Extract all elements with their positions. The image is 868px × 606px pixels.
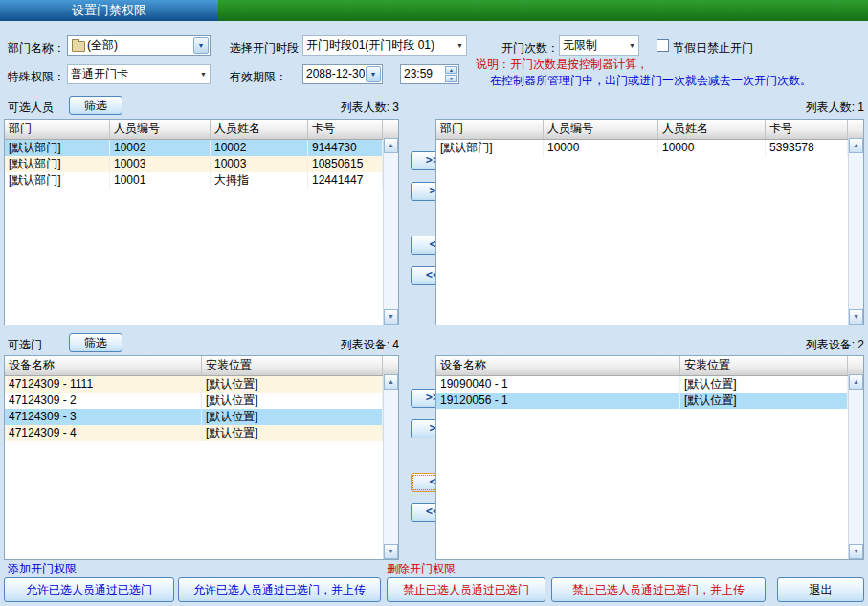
cell-dept: [默认部门] (436, 140, 544, 156)
available-doors-title: 可选门 (8, 335, 42, 354)
cell-device: 19120056 - 1 (436, 393, 680, 409)
table-row[interactable]: 19120056 - 1 [默认位置] (436, 393, 863, 409)
special-combobox[interactable]: 普通开门卡 ▼ (67, 64, 211, 84)
column-header-dept[interactable]: 部门 (5, 120, 110, 139)
table-row[interactable]: 47124309 - 1111 [默认位置] (5, 376, 398, 393)
doors-right-count: 列表设备: 2 (757, 335, 864, 354)
scroll-up-icon[interactable]: ▲ (849, 138, 863, 153)
cell-location: [默认位置] (202, 376, 383, 393)
exit-button[interactable]: 退出 (777, 577, 864, 602)
cell-id: 10003 (110, 156, 211, 172)
column-header-location[interactable]: 安装位置 (202, 356, 383, 375)
table-header: 部门 人员编号 人员姓名 卡号 (5, 120, 398, 140)
scroll-up-icon[interactable]: ▲ (849, 374, 863, 390)
vertical-scrollbar[interactable]: ▲ ▼ (383, 138, 398, 325)
cell-location: [默认位置] (680, 376, 848, 393)
forbid-selected-upload-button[interactable]: 禁止已选人员通过已选门，并上传 (551, 577, 766, 602)
allow-selected-upload-button[interactable]: 允许已选人员通过已选门，并上传 (178, 577, 381, 602)
chevron-down-icon[interactable]: ▼ (629, 36, 635, 55)
column-header-fill (383, 120, 398, 139)
scroll-up-icon[interactable]: ▲ (384, 374, 398, 390)
available-doors-table[interactable]: 设备名称 安装位置 47124309 - 1111 [默认位置] 4712430… (4, 355, 399, 560)
access-permission-dialog: 设置门禁权限 部门名称： (全部) ▼ 选择开门时段： 开门时段01(开门时段 … (0, 0, 868, 606)
available-persons-table[interactable]: 部门 人员编号 人员姓名 卡号 [默认部门] 10002 10002 91447… (4, 119, 399, 325)
column-header-id[interactable]: 人员编号 (544, 120, 658, 139)
validity-date-picker[interactable]: 2088-12-30 ▼ (302, 64, 383, 84)
date-dropdown-button[interactable]: ▼ (366, 66, 381, 82)
persons-filter-button[interactable]: 筛选 (69, 96, 122, 115)
scroll-down-icon[interactable]: ▼ (384, 544, 398, 559)
table-row[interactable]: [默认部门] 10001 大拇指 12441447 (5, 172, 398, 189)
column-header-card[interactable]: 卡号 (308, 120, 383, 139)
cell-card: 10850615 (308, 156, 383, 172)
period-combobox-value: 开门时段01(开门时段 01) (306, 36, 451, 55)
chevron-down-icon[interactable]: ▼ (456, 36, 463, 55)
available-persons-title: 可选人员 (8, 98, 54, 117)
allow-selected-button[interactable]: 允许已选人员通过已选门 (4, 577, 174, 602)
doors-filter-button[interactable]: 筛选 (69, 333, 122, 352)
cell-id: 10002 (110, 140, 211, 156)
column-header-location[interactable]: 安装位置 (680, 356, 848, 375)
cell-name: 10000 (658, 140, 766, 156)
chevron-down-icon: ▼ (194, 38, 208, 54)
dept-combobox[interactable]: (全部) ▼ (67, 35, 211, 56)
table-row[interactable]: 19090040 - 1 [默认位置] (436, 376, 863, 393)
dept-label: 部门名称： (8, 38, 65, 57)
column-header-device[interactable]: 设备名称 (5, 356, 202, 375)
cell-location: [默认位置] (680, 393, 848, 409)
spin-down-icon[interactable]: ▼ (445, 75, 457, 82)
title-bar: 设置门禁权限 (0, 0, 868, 21)
cell-location: [默认位置] (202, 393, 383, 409)
column-header-name[interactable]: 人员姓名 (211, 120, 308, 139)
cell-name: 大拇指 (211, 172, 308, 189)
column-header-fill (383, 356, 398, 375)
note-line2: 在控制器所管理门中，出门或进门一次就会减去一次开门次数。 (490, 73, 812, 89)
vertical-scrollbar[interactable]: ▲ ▼ (383, 374, 398, 559)
spin-up-icon[interactable]: ▲ (445, 66, 457, 74)
special-combobox-value: 普通开门卡 (71, 65, 194, 83)
vertical-scrollbar[interactable]: ▲ ▼ (848, 138, 863, 325)
chevron-down-icon[interactable]: ▼ (200, 65, 207, 83)
tab-set-door-permission[interactable]: 设置门禁权限 (0, 0, 218, 21)
scroll-down-icon[interactable]: ▼ (384, 309, 398, 325)
column-header-id[interactable]: 人员编号 (110, 120, 211, 139)
table-row[interactable]: [默认部门] 10002 10002 9144730 (5, 140, 398, 156)
table-row[interactable]: 47124309 - 3 [默认位置] (5, 409, 398, 425)
period-combobox[interactable]: 开门时段01(开门时段 01) ▼ (302, 35, 467, 56)
validity-date-value: 2088-12-30 (306, 65, 365, 83)
cell-card: 5393578 (766, 140, 848, 156)
count-combobox-value: 无限制 (563, 36, 623, 55)
scroll-up-icon[interactable]: ▲ (384, 138, 398, 153)
table-row[interactable]: 47124309 - 2 [默认位置] (5, 393, 398, 409)
cell-card: 12441447 (308, 172, 383, 189)
persons-right-count: 列表人数: 1 (757, 98, 864, 117)
table-row[interactable]: [默认部门] 10003 10003 10850615 (5, 156, 398, 172)
validity-time-spinner[interactable]: 23:59 ▲ ▼ (400, 64, 459, 84)
dept-dropdown-button[interactable]: ▼ (193, 37, 209, 54)
dept-combobox-value: (全部) (87, 36, 192, 55)
cell-name: 10002 (211, 140, 308, 156)
cell-device: 47124309 - 1111 (5, 376, 202, 393)
scroll-down-icon[interactable]: ▼ (849, 544, 863, 559)
scroll-down-icon[interactable]: ▼ (849, 309, 863, 325)
selected-doors-table[interactable]: 设备名称 安装位置 19090040 - 1 [默认位置] 19120056 -… (435, 355, 864, 560)
remove-permission-section-label: 删除开门权限 (387, 561, 456, 576)
holiday-checkbox[interactable] (657, 39, 669, 52)
special-label: 特殊权限： (8, 67, 65, 86)
selected-persons-table[interactable]: 部门 人员编号 人员姓名 卡号 [默认部门] 10000 10000 53935… (435, 119, 864, 325)
column-header-device[interactable]: 设备名称 (436, 356, 680, 375)
forbid-selected-button[interactable]: 禁止已选人员通过已选门 (387, 577, 545, 602)
table-row[interactable]: 47124309 - 4 [默认位置] (5, 425, 398, 441)
table-row[interactable]: [默认部门] 10000 10000 5393578 (436, 140, 863, 156)
column-header-dept[interactable]: 部门 (436, 120, 544, 139)
vertical-scrollbar[interactable]: ▲ ▼ (848, 374, 863, 559)
column-header-name[interactable]: 人员姓名 (658, 120, 766, 139)
cell-dept: [默认部门] (5, 172, 110, 189)
count-combobox[interactable]: 无限制 ▼ (559, 35, 639, 56)
count-label: 开门次数： (501, 38, 559, 57)
table-header: 设备名称 安装位置 (5, 356, 398, 376)
cell-device: 47124309 - 4 (5, 425, 202, 441)
column-header-card[interactable]: 卡号 (766, 120, 848, 139)
cell-location: [默认位置] (202, 425, 383, 441)
cell-dept: [默认部门] (5, 140, 110, 156)
